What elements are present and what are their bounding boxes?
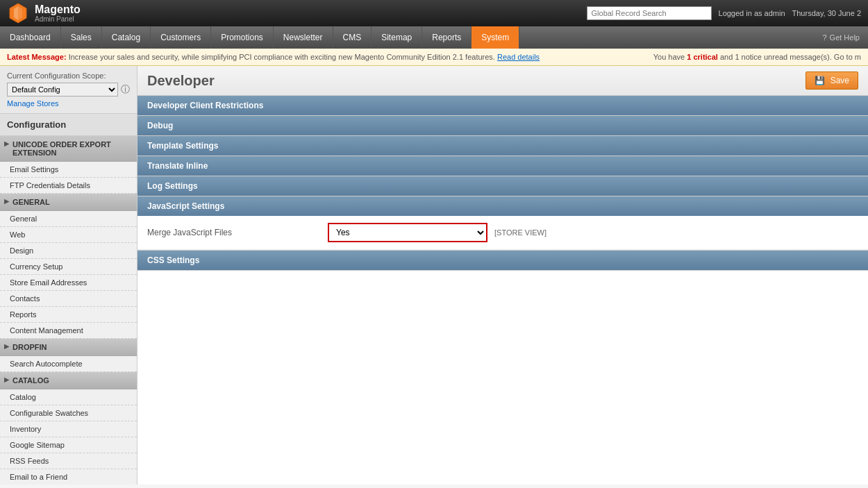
nav-cms[interactable]: CMS xyxy=(333,26,372,49)
nav-promotions[interactable]: Promotions xyxy=(211,26,274,49)
javascript-settings-content: Merge JavaScript Files Yes No [STORE VIE… xyxy=(137,216,868,250)
sidebar-item-google-sitemap[interactable]: Google Sitemap xyxy=(0,437,137,453)
save-config-button[interactable]: 💾 Save xyxy=(806,71,858,90)
sidebar-item-rss-feeds[interactable]: RSS Feeds xyxy=(0,453,137,469)
sidebar-item-email-settings[interactable]: Email Settings xyxy=(0,162,137,178)
sidebar-item-contacts[interactable]: Contacts xyxy=(0,291,137,307)
sidebar-item-inventory[interactable]: Inventory xyxy=(0,421,137,437)
top-right-info: Logged in as admin Thursday, 30 June 2 xyxy=(587,6,861,20)
critical-count: 1 critical xyxy=(687,53,718,61)
section-log-settings: Log Settings xyxy=(137,176,868,196)
sidebar-section-unicode-order[interactable]: UNICODE ORDER EXPORT EXTENSION xyxy=(0,136,137,162)
section-debug: Debug xyxy=(137,116,868,136)
sidebar-section-general[interactable]: GENERAL xyxy=(0,194,137,211)
scope-section: Current Configuration Scope: Default Con… xyxy=(0,66,137,114)
section-developer-client-restrictions: Developer Client Restrictions xyxy=(137,96,868,116)
sidebar: Current Configuration Scope: Default Con… xyxy=(0,66,137,485)
config-heading: Configuration xyxy=(0,114,137,136)
sidebar-item-email-to-friend[interactable]: Email to a Friend xyxy=(0,469,137,485)
manage-stores-link[interactable]: Manage Stores xyxy=(7,99,130,108)
section-header-javascript-settings[interactable]: JavaScript Settings xyxy=(137,196,868,216)
nav-bar: Dashboard Sales Catalog Customers Promot… xyxy=(0,26,868,49)
content-area: Developer 💾 Save Developer Client Restri… xyxy=(137,66,868,485)
logo-subtext: Admin Panel xyxy=(35,15,81,23)
read-details-link[interactable]: Read details xyxy=(497,53,540,61)
latest-message-label: Latest Message: xyxy=(7,53,67,61)
section-header-developer-client-restrictions[interactable]: Developer Client Restrictions xyxy=(137,96,868,115)
sidebar-item-general[interactable]: General xyxy=(0,211,137,227)
nav-dashboard[interactable]: Dashboard xyxy=(0,26,61,49)
scope-select[interactable]: Default Config xyxy=(7,83,118,96)
main-layout: Current Configuration Scope: Default Con… xyxy=(0,66,868,485)
alert-message-text: Increase your sales and security, while … xyxy=(69,53,495,61)
logo-text: Magento xyxy=(35,3,81,16)
sidebar-section-dropfin[interactable]: DROPFIN xyxy=(0,339,137,356)
nav-sales[interactable]: Sales xyxy=(61,26,102,49)
merge-js-label: Merge JavaScript Files xyxy=(147,228,328,237)
sidebar-item-reports[interactable]: Reports xyxy=(0,307,137,323)
merge-js-control: Yes No [STORE VIEW] xyxy=(328,223,858,242)
section-css-settings: CSS Settings xyxy=(137,251,868,271)
sidebar-item-store-email-addresses[interactable]: Store Email Addresses xyxy=(0,275,137,291)
nav-sitemap[interactable]: Sitemap xyxy=(372,26,422,49)
sidebar-item-design[interactable]: Design xyxy=(0,243,137,259)
notice-count: 1 notice xyxy=(735,53,762,61)
top-bar: Magento Admin Panel Logged in as admin T… xyxy=(0,0,868,26)
logged-in-text: Logged in as admin xyxy=(719,9,785,17)
page-title: Developer xyxy=(147,73,215,89)
sidebar-item-web[interactable]: Web xyxy=(0,227,137,243)
logo-area: Magento Admin Panel xyxy=(7,2,81,24)
notice-bar: You have 1 critical and 1 notice unread … xyxy=(653,53,861,61)
section-template-settings: Template Settings xyxy=(137,136,868,156)
section-header-template-settings[interactable]: Template Settings xyxy=(137,136,868,155)
section-translate-inline: Translate Inline xyxy=(137,156,868,176)
date-text: Thursday, 30 June 2 xyxy=(792,9,861,17)
merge-javascript-files-row: Merge JavaScript Files Yes No [STORE VIE… xyxy=(137,216,868,250)
nav-catalog[interactable]: Catalog xyxy=(102,26,151,49)
section-header-css-settings[interactable]: CSS Settings xyxy=(137,251,868,270)
nav-reports[interactable]: Reports xyxy=(422,26,471,49)
nav-system[interactable]: System xyxy=(471,26,519,49)
sidebar-section-catalog[interactable]: CATALOG xyxy=(0,372,137,389)
merge-js-select[interactable]: Yes No xyxy=(328,223,487,242)
sidebar-item-catalog[interactable]: Catalog xyxy=(0,389,137,405)
content-header: Developer 💾 Save xyxy=(137,66,868,96)
sidebar-item-search-autocomplete[interactable]: Search Autocomplete xyxy=(0,356,137,372)
nav-newsletter[interactable]: Newsletter xyxy=(274,26,333,49)
sidebar-item-currency-setup[interactable]: Currency Setup xyxy=(0,259,137,275)
section-header-debug[interactable]: Debug xyxy=(137,116,868,135)
section-header-translate-inline[interactable]: Translate Inline xyxy=(137,156,868,176)
magento-logo-icon xyxy=(7,2,29,24)
global-search-input[interactable] xyxy=(587,6,712,20)
section-javascript-settings: JavaScript Settings Merge JavaScript Fil… xyxy=(137,196,868,251)
store-view-badge: [STORE VIEW] xyxy=(494,228,546,237)
sidebar-item-configurable-swatches[interactable]: Configurable Swatches xyxy=(0,405,137,421)
section-header-log-settings[interactable]: Log Settings xyxy=(137,176,868,196)
sidebar-item-ftp-credentials[interactable]: FTP Credentials Details xyxy=(0,178,137,194)
sidebar-item-content-management[interactable]: Content Management xyxy=(0,323,137,339)
scope-select-row: Default Config ⓘ xyxy=(7,83,130,96)
nav-customers[interactable]: Customers xyxy=(151,26,211,49)
scope-label: Current Configuration Scope: xyxy=(7,71,130,80)
get-help-link[interactable]: ? Get Help xyxy=(814,26,868,49)
alert-bar: Latest Message: Increase your sales and … xyxy=(0,49,868,66)
scope-help-icon[interactable]: ⓘ xyxy=(121,83,130,96)
